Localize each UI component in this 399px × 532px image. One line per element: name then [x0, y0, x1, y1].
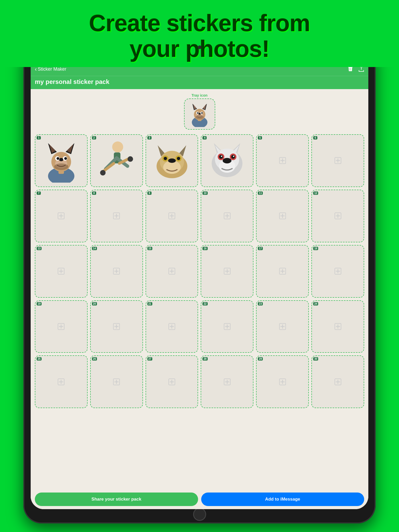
- top-banner: Create stickers from your photos!: [0, 0, 399, 67]
- sticker-grid: 1 2 3 4: [35, 134, 364, 408]
- sticker-number-20: 20: [92, 302, 97, 305]
- add-sticker-icon-14: [112, 267, 121, 275]
- ipad-screen: 2:26 PM Tue Jan 28 72%: [31, 53, 368, 509]
- sticker-image-1: [39, 139, 83, 183]
- sticker-image-2: [95, 139, 139, 183]
- sticker-cell-10[interactable]: 10: [201, 190, 253, 242]
- sticker-cell-26[interactable]: 26: [90, 355, 143, 408]
- sticker-cell-7[interactable]: 7: [35, 190, 88, 242]
- add-sticker-icon-8: [112, 212, 121, 220]
- sticker-cell-29[interactable]: 29: [256, 355, 309, 408]
- sticker-cell-25[interactable]: 25: [35, 355, 88, 408]
- sticker-number-28: 28: [202, 357, 207, 361]
- sticker-cell-21[interactable]: 21: [146, 300, 198, 353]
- sticker-number-8: 8: [92, 191, 96, 195]
- sticker-cell-23[interactable]: 23: [256, 300, 309, 353]
- sticker-cell-2[interactable]: 2: [90, 134, 143, 187]
- sticker-number-12: 12: [313, 191, 318, 195]
- tray-icon-section: Tray icon: [35, 93, 364, 130]
- add-sticker-icon-18: [334, 267, 342, 275]
- banner-headline: Create stickers from your photos!: [5, 10, 394, 62]
- sticker-number-3: 3: [147, 136, 152, 139]
- sticker-number-2: 2: [92, 136, 96, 139]
- sticker-cell-12[interactable]: 12: [311, 190, 364, 242]
- add-sticker-icon-27: [168, 378, 176, 386]
- sticker-number-5: 5: [258, 136, 262, 139]
- sticker-cell-30[interactable]: 30: [311, 355, 364, 408]
- sticker-cell-3[interactable]: 3: [146, 134, 198, 187]
- sticker-cell-11[interactable]: 11: [256, 190, 309, 242]
- add-sticker-icon-24: [334, 322, 342, 331]
- tray-icon-box[interactable]: [184, 98, 215, 130]
- sticker-cell-13[interactable]: 13: [35, 245, 88, 298]
- ipad-device: 2:26 PM Tue Jan 28 72%: [23, 40, 376, 523]
- sticker-number-23: 23: [258, 302, 263, 305]
- sticker-cell-16[interactable]: 16: [201, 245, 253, 298]
- add-sticker-icon-23: [278, 322, 287, 331]
- add-sticker-icon-10: [223, 212, 231, 220]
- tray-sticker-image: [187, 101, 213, 127]
- sticker-cell-8[interactable]: 8: [90, 190, 143, 242]
- sticker-image-3: [150, 139, 194, 183]
- add-sticker-icon-7: [57, 212, 65, 220]
- add-sticker-icon-15: [168, 267, 176, 275]
- pack-title-bar: my personal sticker pack: [31, 76, 368, 89]
- sticker-cell-6[interactable]: 6: [311, 134, 364, 187]
- svg-point-47: [163, 157, 167, 160]
- sticker-cell-17[interactable]: 17: [256, 245, 309, 298]
- add-to-imessage-button[interactable]: Add to iMessage: [201, 493, 364, 506]
- sticker-cell-4[interactable]: 4: [201, 134, 253, 187]
- sticker-cell-5[interactable]: 5: [256, 134, 309, 187]
- add-sticker-icon-22: [223, 322, 231, 331]
- add-sticker-icon-25: [57, 378, 65, 386]
- sticker-cell-14[interactable]: 14: [90, 245, 143, 298]
- sticker-cell-28[interactable]: 28: [201, 355, 253, 408]
- svg-point-29: [64, 157, 67, 160]
- sticker-cell-20[interactable]: 20: [90, 300, 143, 353]
- sticker-cell-27[interactable]: 27: [146, 355, 198, 408]
- sticker-cell-15[interactable]: 15: [146, 245, 198, 298]
- sticker-image-4: [205, 139, 249, 183]
- sticker-number-13: 13: [37, 247, 42, 250]
- svg-point-59: [219, 155, 223, 159]
- sticker-cell-18[interactable]: 18: [311, 245, 364, 298]
- home-button[interactable]: [193, 508, 206, 521]
- add-sticker-icon-6: [334, 156, 342, 165]
- svg-point-60: [231, 155, 235, 159]
- sticker-number-1: 1: [37, 136, 41, 139]
- add-sticker-icon-17: [278, 267, 287, 275]
- sticker-cell-9[interactable]: 9: [146, 190, 198, 242]
- sticker-cell-19[interactable]: 19: [35, 300, 88, 353]
- sticker-number-27: 27: [147, 357, 152, 361]
- add-sticker-icon-11: [278, 212, 287, 220]
- sticker-cell-24[interactable]: 24: [311, 300, 364, 353]
- sticker-number-21: 21: [147, 302, 152, 305]
- bottom-buttons: Share your sticker pack Add to iMessage: [31, 489, 368, 509]
- sticker-cell-1[interactable]: 1: [35, 134, 88, 187]
- sticker-content: Tray icon: [31, 89, 368, 509]
- svg-point-44: [168, 158, 176, 163]
- sticker-number-24: 24: [313, 302, 318, 305]
- sticker-number-19: 19: [37, 302, 42, 305]
- add-sticker-icon-13: [57, 267, 65, 275]
- add-sticker-icon-5: [278, 156, 287, 165]
- add-sticker-icon-20: [112, 322, 121, 331]
- nav-back-label: Sticker Maker: [38, 66, 66, 72]
- add-sticker-icon-12: [334, 212, 342, 220]
- sticker-cell-22[interactable]: 22: [201, 300, 253, 353]
- add-sticker-icon-30: [334, 378, 342, 386]
- tray-icon-label: Tray icon: [192, 93, 207, 97]
- svg-point-30: [54, 163, 68, 170]
- add-sticker-icon-26: [112, 378, 121, 386]
- sticker-number-11: 11: [258, 191, 263, 195]
- add-sticker-icon-9: [168, 212, 176, 220]
- sticker-number-7: 7: [37, 191, 41, 195]
- share-sticker-pack-button[interactable]: Share your sticker pack: [35, 493, 198, 506]
- svg-point-62: [233, 156, 234, 157]
- sticker-number-9: 9: [147, 191, 152, 195]
- add-sticker-icon-16: [223, 267, 231, 275]
- sticker-number-14: 14: [92, 247, 97, 250]
- pack-title: my personal sticker pack: [35, 78, 364, 85]
- add-sticker-icon-21: [168, 322, 176, 331]
- svg-point-28: [56, 157, 59, 160]
